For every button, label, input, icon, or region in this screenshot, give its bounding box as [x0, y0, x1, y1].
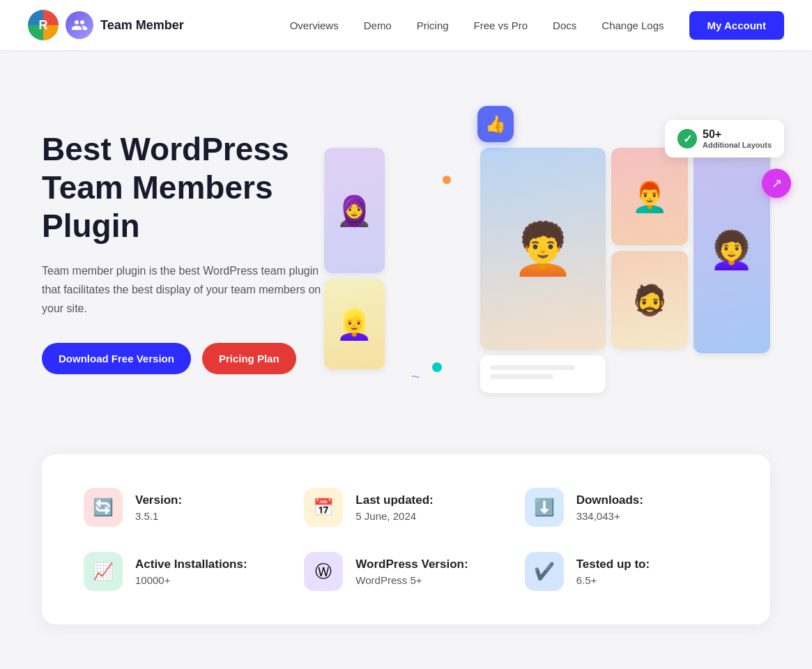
- stat-item-4: Ⓦ WordPress Version: WordPress 5+: [304, 552, 507, 591]
- layouts-badge: ✓ 50+ Additional Layouts: [665, 120, 784, 157]
- member-card-3: 👨‍🦰: [611, 148, 688, 245]
- stat-label-2: Downloads:: [576, 493, 643, 507]
- stat-icon-3: 📈: [84, 552, 123, 591]
- stat-value-1: 5 June, 2024: [355, 510, 433, 522]
- plugin-logo-icon: [66, 11, 93, 39]
- member-card-main: 🧑‍🦱: [480, 148, 606, 350]
- stat-value-5: 6.5+: [576, 574, 650, 586]
- stat-item-1: 📅 Last updated: 5 June, 2024: [304, 488, 507, 527]
- member-info-card: [480, 355, 606, 393]
- stat-icon-0: 🔄: [84, 488, 123, 527]
- member-card-4: 🧔: [611, 251, 688, 348]
- member-cards-grid: 🧕 👱‍♀️ ~ 🧑‍🦱: [324, 127, 770, 378]
- col-3: 🧑‍🦱: [480, 148, 606, 393]
- badge-subtitle: Additional Layouts: [703, 141, 772, 149]
- stat-item-0: 🔄 Version: 3.5.1: [84, 488, 287, 527]
- nav-changelogs[interactable]: Change Logs: [602, 20, 664, 31]
- stat-item-2: ⬇️ Downloads: 334,043+: [525, 488, 728, 527]
- col-5: 👩‍🦱: [694, 148, 770, 393]
- stat-label-0: Version:: [135, 493, 182, 507]
- avatar-5: 👩‍🦱: [700, 221, 763, 280]
- stat-item-3: 📈 Active Installations: 10000+: [84, 552, 287, 591]
- stat-value-0: 3.5.1: [135, 510, 182, 522]
- col-2: ~: [390, 148, 475, 393]
- member-card-5: 👩‍🦱: [694, 148, 770, 353]
- check-circle-icon: ✓: [677, 129, 697, 148]
- thumbsup-bubble: 👍: [477, 106, 514, 142]
- col-4: 👨‍🦰 🧔: [611, 148, 688, 393]
- nav-overviews[interactable]: Overviews: [290, 20, 339, 31]
- stats-section: 🔄 Version: 3.5.1 📅 Last updated: 5 June,…: [0, 440, 812, 666]
- stat-value-4: WordPress 5+: [355, 574, 468, 586]
- nav-docs[interactable]: Docs: [553, 20, 576, 31]
- info-line-1: [490, 365, 575, 370]
- download-free-button[interactable]: Download Free Version: [42, 343, 191, 374]
- rewbe-logo-icon: R: [28, 10, 59, 40]
- hero-description: Team member plugin is the best WordPress…: [42, 261, 324, 318]
- member-card-2: 👱‍♀️: [324, 279, 385, 369]
- brand-name: Team Member: [100, 18, 184, 33]
- stat-icon-1: 📅: [304, 488, 343, 527]
- avatar-2: 👱‍♀️: [328, 299, 381, 350]
- info-line-2: [490, 374, 553, 379]
- stats-card: 🔄 Version: 3.5.1 📅 Last updated: 5 June,…: [42, 454, 770, 624]
- brand: R Team Member: [28, 10, 184, 40]
- stat-label-5: Tested up to:: [576, 558, 650, 571]
- stat-value-2: 334,043+: [576, 510, 643, 522]
- stat-label-4: WordPress Version:: [355, 558, 468, 571]
- nav-freevspro[interactable]: Free vs Pro: [474, 20, 528, 31]
- stat-item-5: ✔️ Tested up to: 6.5+: [525, 552, 728, 591]
- stat-icon-4: Ⓦ: [304, 552, 343, 591]
- avatar-4: 🧔: [623, 275, 676, 325]
- avatar-1: 🧕: [328, 185, 381, 236]
- squiggle-decoration: ~: [411, 368, 420, 386]
- hero-buttons: Download Free Version Pricing Plan: [42, 343, 324, 374]
- my-account-button[interactable]: My Account: [689, 11, 784, 40]
- share-bubble: ↗: [762, 169, 791, 198]
- people-icon: [71, 17, 88, 33]
- pricing-plan-button[interactable]: Pricing Plan: [202, 343, 296, 374]
- navbar: R Team Member Overviews Demo Pricing Fre…: [0, 0, 812, 50]
- badge-number: 50+: [703, 128, 772, 141]
- hero-text: Best WordPress Team Members Plugin Team …: [42, 130, 324, 374]
- hero-title: Best WordPress Team Members Plugin: [42, 130, 324, 246]
- stat-value-3: 10000+: [135, 574, 247, 586]
- stat-label-1: Last updated:: [355, 493, 433, 507]
- col-1: 🧕 👱‍♀️: [324, 148, 385, 393]
- hero-section: Best WordPress Team Members Plugin Team …: [0, 50, 812, 440]
- stat-icon-2: ⬇️: [525, 488, 564, 527]
- avatar-main: 🧑‍🦱: [500, 208, 585, 290]
- member-card-1: 🧕: [324, 148, 385, 273]
- nav-pricing[interactable]: Pricing: [417, 20, 449, 31]
- dot-teal-decoration: [432, 362, 442, 372]
- navbar-links: Overviews Demo Pricing Free vs Pro Docs …: [290, 11, 784, 40]
- stat-icon-5: ✔️: [525, 552, 564, 591]
- hero-illustration: ✓ 50+ Additional Layouts 👍 ↗ 🧕 👱‍♀️: [324, 127, 770, 378]
- avatar-3: 👨‍🦰: [623, 171, 676, 222]
- nav-demo[interactable]: Demo: [364, 20, 392, 31]
- stat-label-3: Active Installations:: [135, 558, 247, 571]
